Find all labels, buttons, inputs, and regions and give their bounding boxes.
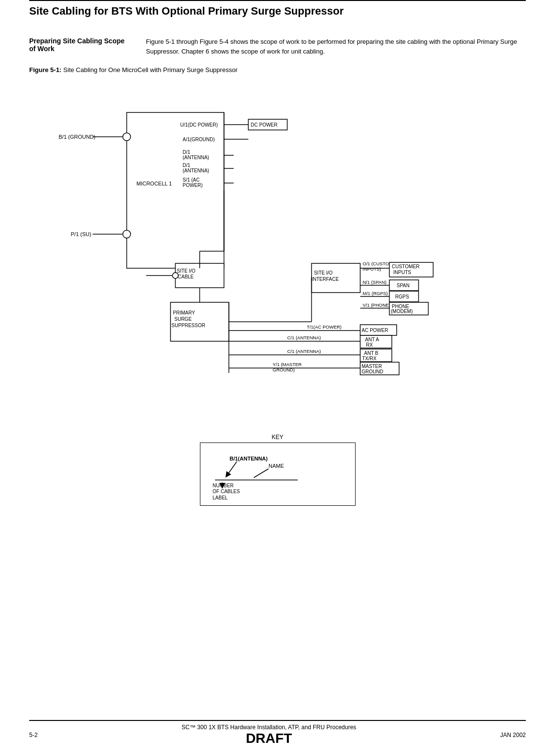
svg-point-2 [123,133,131,141]
svg-text:SITE I/O: SITE I/O [314,270,333,276]
draft-text: DRAFT [37,731,500,746]
diagram-svg: MICROCELL 1 B/1 (GROUND) P/1 (SU) U/1(DC… [29,83,526,414]
intro-layout: Preparing Site Cabling Scope of Work Fig… [29,32,526,56]
figure-caption-rest: Site Cabling for One MicroCell with Prim… [63,66,237,74]
page-title: Site Cabling for BTS With Optional Prima… [29,5,526,18]
key-section: KEY B/1(ANTENNA) NAME NUMBER OF [200,434,356,506]
svg-text:(MODEM): (MODEM) [391,309,413,314]
svg-text:GROUND: GROUND [362,369,383,374]
svg-text:B/1(ANTENNA): B/1(ANTENNA) [230,456,268,461]
svg-text:(ANTENNA): (ANTENNA) [183,155,209,160]
svg-text:LABEL: LABEL [213,495,228,499]
svg-text:D/1: D/1 [183,149,191,155]
svg-text:DC POWER: DC POWER [251,122,278,128]
svg-text:V/1 (PHONE): V/1 (PHONE) [363,302,391,308]
svg-rect-32 [171,302,229,341]
footer-center-text: SC™ 300 1X BTS Hardware Installation, AT… [37,724,500,731]
key-diagram: B/1(ANTENNA) NAME NUMBER OF CABLES [210,451,337,499]
footer-center: SC™ 300 1X BTS Hardware Installation, AT… [37,724,500,746]
svg-text:(ANTENNA): (ANTENNA) [183,168,209,173]
svg-text:INPUTS: INPUTS [394,270,412,275]
svg-text:PRIMARY: PRIMARY [173,310,196,315]
svg-text:TX/RX: TX/RX [362,356,377,361]
svg-text:CUSTOMER: CUSTOMER [392,264,420,269]
intro-right: Figure 5-1 through Figure 5-4 shows the … [146,32,526,56]
key-title: KEY [200,434,356,441]
figure-caption: Figure 5-1: Site Cabling for One MicroCe… [29,66,526,74]
svg-text:M/1 (RGPS): M/1 (RGPS) [363,291,388,296]
svg-text:SITE I/O: SITE I/O [177,268,196,274]
svg-text:A/1(GROUND): A/1(GROUND) [183,137,215,142]
footer-date: JAN 2002 [500,732,526,738]
svg-text:INTERFACE: INTERFACE [312,277,339,282]
svg-line-85 [254,469,269,478]
intro-text: Figure 5-1 through Figure 5-4 shows the … [146,38,517,55]
section-heading: Preparing Site Cabling Scope of Work [29,37,126,53]
intro-left: Preparing Site Cabling Scope of Work [29,32,136,56]
svg-text:NAME: NAME [269,463,284,469]
svg-text:C/1 (ANTENNA): C/1 (ANTENNA) [287,349,321,354]
svg-text:SURGE: SURGE [175,316,192,322]
page-container: Site Cabling for BTS With Optional Prima… [0,0,555,756]
svg-text:B/1 (GROUND): B/1 (GROUND) [59,134,96,140]
svg-rect-0 [127,112,224,268]
svg-text:ANT A: ANT A [365,337,379,342]
svg-text:NUMBER: NUMBER [213,483,233,488]
svg-text:MICROCELL 1: MICROCELL 1 [137,181,172,186]
svg-point-5 [123,230,131,238]
svg-text:OF CABLES: OF CABLES [213,489,240,494]
key-box: B/1(ANTENNA) NAME NUMBER OF CABLES [200,443,356,506]
footer-page-num: 5-2 [29,732,37,738]
svg-text:T/1(AC POWER): T/1(AC POWER) [307,324,342,330]
svg-text:CABLE: CABLE [178,274,194,279]
svg-line-83 [227,461,237,475]
svg-text:MASTER: MASTER [362,364,382,369]
svg-text:ANT B: ANT B [364,350,379,356]
svg-text:GROUND): GROUND) [273,367,295,372]
svg-text:N/1 (SPAN): N/1 (SPAN) [363,279,387,285]
svg-text:RGPS: RGPS [395,294,410,299]
diagram-area: MICROCELL 1 B/1 (GROUND) P/1 (SU) U/1(DC… [29,83,526,414]
svg-text:C/1 (ANTENNA): C/1 (ANTENNA) [287,335,321,340]
svg-text:U/1(DC POWER): U/1(DC POWER) [180,122,218,128]
svg-text:SPAN: SPAN [397,283,410,288]
svg-text:D/1: D/1 [183,163,191,168]
svg-text:Y/1 (MASTER: Y/1 (MASTER [273,362,302,367]
svg-text:SUPPRESSOR: SUPPRESSOR [172,323,205,328]
svg-text:INPUTS): INPUTS) [363,266,381,272]
svg-text:S/1 (AC: S/1 (AC [183,177,200,183]
svg-text:AC POWER: AC POWER [362,328,388,333]
footer: 5-2 SC™ 300 1X BTS Hardware Installation… [29,720,526,746]
svg-text:P/1 (SU): P/1 (SU) [71,231,91,237]
svg-text:RX: RX [366,342,373,348]
top-border [29,0,526,1]
svg-text:POWER): POWER) [183,183,203,188]
figure-caption-bold: Figure 5-1: [29,66,61,74]
